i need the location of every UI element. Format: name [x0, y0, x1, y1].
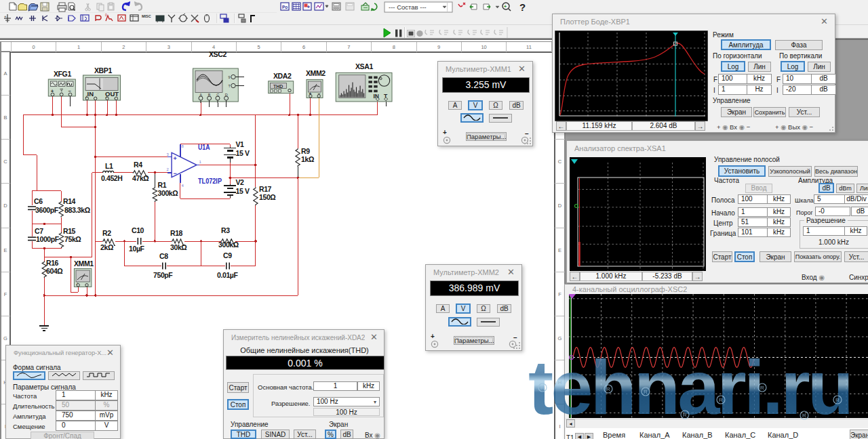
svg-text:R: R — [606, 386, 610, 392]
svg-text:R: R — [540, 385, 545, 391]
svg-text:R: R — [835, 397, 840, 403]
svg-text:R: R — [683, 412, 687, 418]
svg-text:R: R — [719, 397, 723, 403]
svg-text:R: R — [802, 413, 806, 419]
svg-text:R: R — [644, 389, 648, 395]
svg-text:R: R — [760, 385, 764, 391]
